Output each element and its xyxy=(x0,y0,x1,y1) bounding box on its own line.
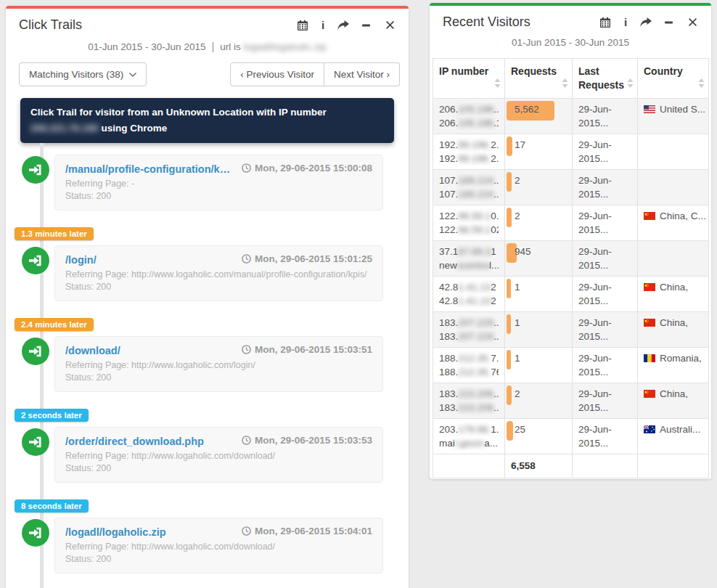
trail-step-card: /download/ Mon, 29-06-2015 15:03:51 Refe… xyxy=(54,336,383,392)
clock-icon xyxy=(242,436,251,445)
banner-ip-blurred: 206.221.76.190 xyxy=(30,123,99,134)
banner-prefix: Click Trail for visitor from an Unknown … xyxy=(30,107,327,118)
ip-visible: .... xyxy=(493,104,499,115)
visited-url-link[interactable]: /login/ xyxy=(65,254,97,266)
country-name: China, xyxy=(660,388,688,399)
requests-value: 5,562 xyxy=(511,104,539,115)
calendar-icon[interactable] xyxy=(297,20,308,31)
trail-step: 1.3 minutes later /login/ Mon, 29-06-201… xyxy=(6,226,409,301)
close-icon[interactable] xyxy=(384,20,396,31)
status-code: Status: 200 xyxy=(65,191,372,202)
trail-step-card: /login/ Mon, 29-06-2015 15:01:25 Referri… xyxy=(54,245,383,301)
sign-in-icon xyxy=(22,338,49,365)
last-request-cell: 29-Jun-2015... xyxy=(573,312,638,348)
chevron-down-icon xyxy=(129,73,136,77)
requests-cell: 2 xyxy=(505,383,573,419)
matching-visitors-dropdown[interactable]: Matching Visitors (38) xyxy=(19,62,147,86)
ip-visible: 183. xyxy=(439,331,458,342)
visited-url-link[interactable]: /download/ xyxy=(65,345,120,356)
requests-cell: 1 xyxy=(505,348,573,383)
ip-visible: 42.8 xyxy=(439,282,458,293)
ip-visible: 206. xyxy=(439,104,458,115)
column-header-country[interactable]: Country xyxy=(638,59,709,99)
separator: | xyxy=(211,40,214,52)
ip-visible: 7... xyxy=(491,353,499,364)
column-label: Requests xyxy=(511,65,557,77)
panel-controls: i xyxy=(599,17,698,28)
ip-visible: 2... xyxy=(491,139,499,150)
table-row[interactable]: 183.207.229.... 183.207.229.... 1 29-Jun… xyxy=(433,312,709,348)
ip-visible: 02 xyxy=(491,224,499,235)
table-row[interactable]: 183.223.206.... 183.223.206.... 2 29-Jun… xyxy=(433,383,709,419)
share-icon[interactable] xyxy=(640,17,652,28)
last-request-cell: 29-Jun-2015... xyxy=(573,419,638,454)
click-trail-timeline: /manual/profile-configuration/kpis/ Mon,… xyxy=(6,143,409,588)
ip-visible: l... xyxy=(489,260,499,271)
column-label: Last Requests xyxy=(578,65,624,91)
table-row[interactable]: 192.99.196.2... 192.99.196.2... 17 29-Ju… xyxy=(433,134,709,170)
country-cell: China, C... xyxy=(638,205,709,241)
table-row[interactable]: 203.179.98.1... mail.geoma... 25 29-Jun-… xyxy=(433,419,709,454)
info-icon[interactable]: i xyxy=(623,17,628,28)
last-request-cell: 29-Jun-2015... xyxy=(573,348,638,383)
status-code: Status: 200 xyxy=(65,282,372,293)
country-cell: China, xyxy=(638,277,709,312)
date-range: 01-Jun 2015 - 30-Jun 2015 xyxy=(512,37,629,48)
total-row: 6,558 xyxy=(433,454,709,478)
ip-visible: 192. xyxy=(439,139,458,150)
ip-cell: 37.187.89.31 - newscentral... xyxy=(433,241,505,277)
minimize-icon[interactable] xyxy=(663,17,675,28)
total-empty-country xyxy=(638,454,709,478)
table-row[interactable]: 107.189.224.... 107.189.224.... 2 29-Jun… xyxy=(433,170,709,205)
country-name: United S... xyxy=(660,104,705,115)
column-header-requests[interactable]: Requests xyxy=(505,59,573,99)
table-row[interactable]: 42.81.41.132 - 42.81.41.132 1 29-Jun-201… xyxy=(433,277,709,312)
ip-cell: 192.99.196.2... 192.99.196.2... xyxy=(433,134,505,170)
referring-page: Referring Page: - xyxy=(65,179,372,189)
requests-value: 25 xyxy=(511,424,525,435)
country-cell: Australi... xyxy=(638,419,709,454)
next-visitor-button[interactable]: Next Visitor › xyxy=(324,62,400,86)
requests-value: 2 xyxy=(511,175,520,186)
country-flag-icon xyxy=(644,212,655,220)
referring-page: Referring Page: http://www.logaholic.com… xyxy=(65,542,372,552)
sign-in-icon xyxy=(22,519,49,547)
column-header-ip[interactable]: IP number xyxy=(433,59,505,99)
trail-toolbar: Matching Visitors (38) ‹ Previous Visito… xyxy=(6,60,409,95)
recent-visitors-header: Recent Visitors i xyxy=(430,6,711,31)
country-name: China, xyxy=(660,282,688,293)
trail-step: 8 seconds later /logadl/logaholic.zip Mo… xyxy=(6,499,409,573)
ip-cell: 183.223.206.... 183.223.206.... xyxy=(433,383,505,419)
requests-cell: 1 xyxy=(505,312,573,348)
info-icon[interactable]: i xyxy=(320,20,326,31)
visited-url-link[interactable]: /manual/profile-configuration/kpis/ xyxy=(65,163,234,175)
share-icon[interactable] xyxy=(337,20,349,31)
ip-visible: 37.1 xyxy=(439,246,458,257)
table-row[interactable]: 188.212.35.7... 188.212.35.76 1 29-Jun-2… xyxy=(433,348,709,383)
column-header-last-requests[interactable]: Last Requests xyxy=(573,59,638,99)
ip-blurred: 1.41.13 xyxy=(458,295,491,306)
trail-step-card: /order/direct_download.php Mon, 29-06-20… xyxy=(54,427,383,483)
sort-icon xyxy=(562,78,568,91)
visitor-summary-banner: Click Trail for visitor from an Unknown … xyxy=(20,98,394,143)
table-row[interactable]: 122.96.59.10... 122.96.59.102 2 29-Jun-2… xyxy=(433,205,709,241)
sign-in-icon xyxy=(22,428,49,456)
ip-visible: 76 xyxy=(491,367,499,377)
status-code: Status: 200 xyxy=(65,554,372,565)
ip-visible: .1 xyxy=(493,118,499,128)
column-label: IP number xyxy=(439,65,488,77)
table-row[interactable]: 37.187.89.31 - newscentral... 945 29-Jun… xyxy=(433,241,709,277)
country-cell xyxy=(638,241,709,277)
close-icon[interactable] xyxy=(687,17,698,28)
ip-blurred: scentra xyxy=(457,260,489,271)
ip-blurred: 87.89.3 xyxy=(458,246,491,257)
country-flag-icon xyxy=(644,319,655,327)
country-cell: China, xyxy=(638,383,709,419)
visited-url-link[interactable]: /logadl/logaholic.zip xyxy=(65,526,166,538)
previous-visitor-button[interactable]: ‹ Previous Visitor xyxy=(230,62,324,86)
minimize-icon[interactable] xyxy=(361,20,372,31)
visited-url-link[interactable]: /order/direct_download.php xyxy=(65,436,204,447)
table-row[interactable]: 206.105.196.... 206.105.196.1 5,562 29-J… xyxy=(433,99,709,134)
last-request-cell: 29-Jun-2015... xyxy=(573,170,638,205)
calendar-icon[interactable] xyxy=(599,17,611,28)
